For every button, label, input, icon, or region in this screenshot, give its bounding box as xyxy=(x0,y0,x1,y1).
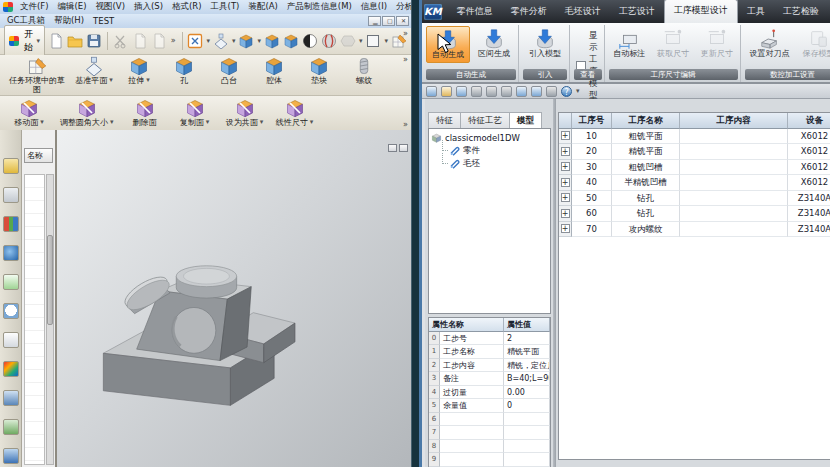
cell-no[interactable]: 20 xyxy=(572,144,612,160)
tree-item-blank[interactable]: 毛坯 xyxy=(440,157,550,170)
report-icon[interactable] xyxy=(426,86,437,97)
dialog-rail-icon[interactable] xyxy=(3,332,19,348)
cell-no[interactable]: 30 xyxy=(572,160,612,176)
resize-blend-button[interactable]: 调整圆角大小▾ xyxy=(60,98,114,127)
feature-boss-button[interactable]: 凸台 xyxy=(210,56,248,85)
range-generate-button[interactable]: 区间生成 xyxy=(472,26,516,61)
cell-device[interactable]: X6012 xyxy=(788,175,830,191)
cell-no[interactable]: 70 xyxy=(572,222,612,238)
cell-content[interactable] xyxy=(680,191,788,207)
cell-name[interactable]: 精铣平面 xyxy=(612,144,680,160)
expand-plus-icon[interactable]: + xyxy=(561,147,570,156)
restore-icon[interactable]: ▢ xyxy=(382,16,395,26)
property-value[interactable]: 精铣，定位尺 xyxy=(504,359,550,373)
view-close-icon[interactable] xyxy=(399,144,408,152)
tab-process-design[interactable]: 工艺设计 xyxy=(610,1,664,23)
copy-face-button[interactable]: 复制面▾ xyxy=(176,98,214,127)
users-icon[interactable] xyxy=(3,419,19,435)
cell-no[interactable]: 60 xyxy=(572,206,612,222)
menu-view[interactable]: 视图(V) xyxy=(92,1,129,13)
save-icon[interactable] xyxy=(456,86,467,97)
datum-display-icon[interactable] xyxy=(213,33,229,49)
expand-cell[interactable]: + xyxy=(559,206,572,222)
menu-pmi[interactable]: 产品制造信息(M) xyxy=(283,1,356,13)
import-model-button[interactable]: 引入模型 xyxy=(523,26,567,61)
start-button[interactable]: 开始 ▾ xyxy=(4,25,45,57)
cell-device[interactable]: X6012 xyxy=(788,129,830,145)
property-name[interactable] xyxy=(440,413,504,427)
property-name-header[interactable]: 属性名称 xyxy=(429,318,504,332)
dropdown-arrow-icon[interactable]: ▾ xyxy=(146,77,150,84)
3d-part-model[interactable] xyxy=(95,256,345,436)
reuse-library-icon[interactable] xyxy=(3,274,19,290)
menu-file[interactable]: 文件(F) xyxy=(16,1,53,13)
tab-process-check[interactable]: 工艺检验 xyxy=(774,1,828,23)
model-tree[interactable]: classicmodel1DW 零件 毛坯 xyxy=(428,128,551,314)
window-style-icon[interactable] xyxy=(365,33,381,49)
expand-plus-icon[interactable]: + xyxy=(561,162,570,171)
menu-insert[interactable]: 插入(S) xyxy=(130,1,167,13)
feature-extrude-button[interactable]: 拉伸▾ xyxy=(120,56,158,85)
dropdown-arrow-icon[interactable]: ▾ xyxy=(109,77,113,84)
constraint-navigator-icon[interactable] xyxy=(3,187,19,203)
tab-part-info[interactable]: 零件信息 xyxy=(448,1,502,23)
dropdown-arrow-icon[interactable]: ▾ xyxy=(384,38,388,45)
new-file-icon[interactable] xyxy=(48,33,64,49)
shaded-view-icon[interactable] xyxy=(238,33,254,49)
property-value[interactable]: 0.00 xyxy=(504,386,550,400)
cell-name[interactable]: 攻内螺纹 xyxy=(612,222,680,238)
materials-icon[interactable] xyxy=(3,361,19,377)
web-browser-icon[interactable] xyxy=(3,245,19,261)
cell-name[interactable]: 钻孔 xyxy=(612,191,680,207)
menu-test[interactable]: TEST xyxy=(89,16,118,26)
cell-content[interactable] xyxy=(680,222,788,238)
property-name[interactable]: 备注 xyxy=(440,372,504,386)
property-name[interactable] xyxy=(440,453,504,467)
menu-edit[interactable]: 编辑(E) xyxy=(54,1,91,13)
graphics-viewport[interactable] xyxy=(57,130,411,467)
cell-name[interactable]: 钻孔 xyxy=(612,206,680,222)
menu-help[interactable]: 帮助(H) xyxy=(50,15,88,27)
property-value[interactable]: 精铣平面 xyxy=(504,345,550,359)
tree-icon[interactable] xyxy=(501,86,512,97)
menu-format[interactable]: 格式(R) xyxy=(168,1,206,13)
property-value[interactable] xyxy=(504,413,550,427)
expand-plus-icon[interactable]: + xyxy=(561,131,570,140)
cell-content[interactable] xyxy=(680,175,788,191)
menu-assembly[interactable]: 装配(A) xyxy=(244,1,281,13)
wireframe-view-icon[interactable] xyxy=(264,33,280,49)
make-coplanar-button[interactable]: 设为共面▾ xyxy=(226,98,264,127)
move-face-button[interactable]: 移动面▾ xyxy=(10,98,48,127)
property-name[interactable]: 工步内容 xyxy=(440,359,504,373)
material-sphere-icon[interactable] xyxy=(321,33,337,49)
delete-face-button[interactable]: 删除面 xyxy=(126,98,164,127)
cell-no[interactable]: 10 xyxy=(572,129,612,145)
settings-icon[interactable] xyxy=(546,86,557,97)
cell-content[interactable] xyxy=(680,144,788,160)
sync-icon[interactable] xyxy=(531,86,542,97)
expand-cell[interactable]: + xyxy=(559,191,572,207)
tab-part-analysis[interactable]: 零件分析 xyxy=(502,1,556,23)
dropdown-arrow-icon[interactable]: ▾ xyxy=(359,38,363,45)
feature-thread-button[interactable]: 螺纹 xyxy=(345,56,383,85)
cell-no[interactable]: 40 xyxy=(572,175,612,191)
expand-plus-icon[interactable]: + xyxy=(561,224,570,233)
expand-plus-icon[interactable]: + xyxy=(561,209,570,218)
structure-icon[interactable] xyxy=(471,86,482,97)
toolbar-overflow-icon[interactable]: » xyxy=(170,37,177,45)
feature-pocket-button[interactable]: 腔体 xyxy=(255,56,293,85)
cell-no[interactable]: 50 xyxy=(572,191,612,207)
toolbar-overflow-icon[interactable]: » xyxy=(402,30,409,38)
expand-cell[interactable]: + xyxy=(559,175,572,191)
navigator-scrollbar[interactable] xyxy=(46,174,54,465)
roles-icon[interactable] xyxy=(3,390,19,406)
expand-plus-icon[interactable]: + xyxy=(561,193,570,202)
toolbar-overflow-icon[interactable]: » xyxy=(402,121,409,129)
window-layout-icon[interactable] xyxy=(187,33,203,49)
property-name[interactable]: 工步号 xyxy=(440,332,504,346)
property-name[interactable]: 过切量 xyxy=(440,386,504,400)
feature-sketch-button[interactable]: 任务环境中的草图 xyxy=(6,56,68,94)
linear-dimension-button[interactable]: 线性尺寸▾ xyxy=(276,98,314,127)
minimize-icon[interactable]: ▁ xyxy=(368,16,381,26)
set-tool-point-button[interactable]: 设置对刀点 xyxy=(745,26,795,61)
